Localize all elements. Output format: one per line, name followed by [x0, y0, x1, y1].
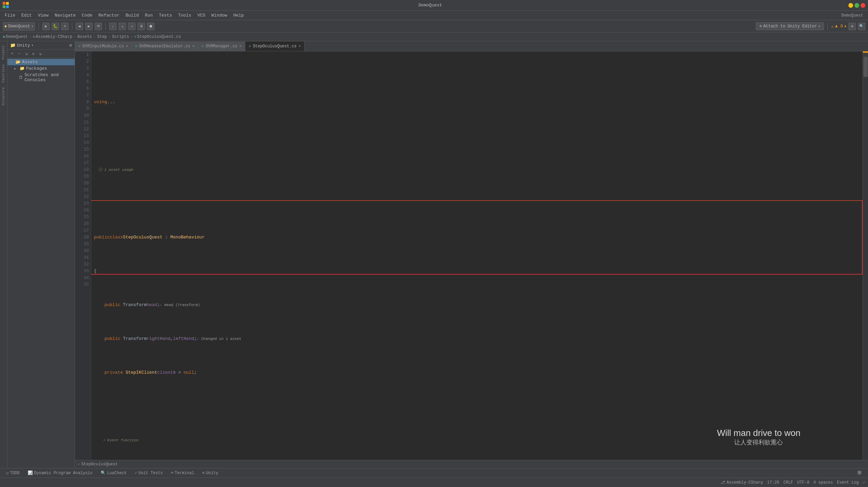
status-crlf[interactable]: CRLF [784, 480, 793, 485]
project-settings-icon[interactable]: ⚙ [69, 43, 72, 48]
menu-window[interactable]: Window [209, 12, 230, 19]
breadcrumb-scripts[interactable]: Scripts [112, 34, 129, 39]
bottom-right-grid-icon[interactable]: ⊞ [858, 469, 861, 476]
proj-expand-btn[interactable]: ⇲ [23, 50, 30, 57]
bottom-tab-terminal[interactable]: ⌨ Terminal [168, 469, 198, 477]
menu-tests[interactable]: Tests [156, 12, 175, 19]
right-scrollbar[interactable] [863, 51, 868, 460]
code-content[interactable]: using ... ⓘ 1 asset usage public class S… [91, 51, 863, 460]
stop-button[interactable]: ⏹ [147, 23, 154, 30]
status-branch[interactable]: ⎇ Assembly-CSharp [720, 480, 763, 485]
tab-stepoculusquest[interactable]: # StepOculusQuest.cs × [245, 42, 304, 51]
kw-public-5: public [94, 234, 110, 241]
run-button[interactable]: ▶ [42, 23, 50, 30]
recent-button[interactable]: ⟳ [95, 23, 102, 30]
ln-16: 16 [75, 153, 89, 160]
kw-public-7: public [104, 302, 120, 308]
bottom-tab-unity[interactable]: ⊙ Unity [199, 469, 222, 477]
breadcrumb-assembly[interactable]: Assembly-CSharp [36, 34, 72, 39]
tab-close-3[interactable]: × [240, 44, 242, 48]
menu-view[interactable]: View [35, 12, 51, 19]
proj-remove-btn[interactable]: − [16, 50, 23, 57]
menu-refactor[interactable]: Refactor [96, 12, 122, 19]
tab-ovrinputmodule[interactable]: # OVRInputModule.cs × [75, 42, 132, 51]
forward-button[interactable]: ▶ [85, 23, 93, 30]
sidebar-project-icon[interactable]: Project [1, 44, 6, 61]
tree-item-packages[interactable]: ▶ 📁 Packages [7, 65, 75, 72]
toolbar: ◆ DemoQuest ▾ ▶ 🐛 ☂ ◀ ▶ ⟳ ↓ ↘ ↗ ⏸ ⏹ ⊙ At… [0, 20, 868, 32]
breadcrumb-bar: ◆ DemoQuest › # Assembly-CSharp › Assets… [0, 32, 868, 41]
tab-close-1[interactable]: × [126, 44, 128, 48]
menu-vcs[interactable]: VCS [195, 12, 208, 19]
tab-cs-icon-1: # [78, 45, 80, 48]
back-button[interactable]: ◀ [76, 23, 83, 30]
sidebar-favorites-icon[interactable]: Favorites [1, 63, 6, 84]
ln-32: 32 [75, 261, 89, 268]
breadcrumb-step[interactable]: Step [97, 34, 107, 39]
status-line-col[interactable]: 17:26 [767, 480, 779, 485]
minimize-button[interactable] [848, 3, 853, 8]
project-icon: ◆ [4, 24, 7, 29]
step-over-button[interactable]: ↓ [109, 23, 117, 30]
ln-35: 35 [75, 281, 89, 288]
status-encoding[interactable]: UTF-8 [797, 480, 809, 485]
tab-ovrheadsetemulator[interactable]: # OVRHeadsetEmulator.cs × [132, 42, 198, 51]
ln-14: 14 [75, 139, 89, 146]
attach-dropdown-icon: ▾ [818, 24, 820, 28]
ln-17: 17 [75, 160, 89, 166]
menu-edit[interactable]: Edit [19, 12, 34, 19]
tree-item-assets[interactable]: ▾ 📂 Assets [7, 59, 75, 65]
type-transform-8: Transform [120, 335, 147, 342]
unity-project-label: Unity [17, 43, 30, 48]
sidebar-structure-icon[interactable]: Structure [1, 86, 6, 107]
menu-file[interactable]: File [2, 12, 18, 19]
status-event-log[interactable]: Event Log [837, 480, 859, 485]
scroll-thumb[interactable] [864, 57, 868, 77]
menu-help[interactable]: Help [230, 12, 246, 19]
proj-sync-btn[interactable]: ↻ [37, 50, 44, 57]
bottom-tab-unittests[interactable]: ✓ Unit Tests [131, 469, 166, 477]
breadcrumb-demoquest[interactable]: ◆ [3, 34, 5, 39]
warning-indicator[interactable]: ⚠ ▲ 8 ▲ [831, 24, 846, 29]
tree-item-scratches[interactable]: 🗒 Scratches and Consoles [7, 72, 75, 83]
debug-button[interactable]: 🐛 [52, 23, 59, 30]
ln-31: 31 [75, 254, 89, 261]
file-path-label: StepOculusQuest [81, 462, 118, 467]
tab-close-4[interactable]: × [299, 44, 301, 48]
breadcrumb-assembly-icon: # [33, 35, 35, 39]
bottom-tab-dpa[interactable]: 📊 Dynamic Program Analysis [24, 469, 96, 477]
breadcrumb-demoquest-label[interactable]: DemoQuest [6, 34, 28, 39]
proj-collapse-btn[interactable]: ⇱ [30, 50, 37, 57]
coverage-button[interactable]: ☂ [61, 23, 69, 30]
menu-code[interactable]: Code [79, 12, 95, 19]
settings-button[interactable]: ⚙ [848, 23, 856, 30]
toolbar-sep-4 [827, 23, 828, 30]
line-numbers: 1 2 3 4 5 6 7 8 9 10 11 12 13 14 15 16 1… [75, 51, 91, 460]
tab-ovrmanager[interactable]: # OVRManager.cs × [198, 42, 245, 51]
bottom-tab-todo[interactable]: ☑ TODO [3, 469, 23, 477]
step-out-button[interactable]: ↗ [128, 23, 135, 30]
menu-tools[interactable]: Tools [175, 12, 194, 19]
ln-11: 11 [75, 119, 89, 126]
maximize-button[interactable] [854, 3, 859, 8]
search-button[interactable]: 🔍 [858, 23, 865, 30]
breadcrumb-file[interactable]: StepOculusQuest.cs [137, 34, 181, 39]
code-line-4 [94, 200, 860, 207]
breadcrumb-sep-5: › [130, 34, 133, 39]
tab-close-2[interactable]: × [192, 44, 195, 48]
status-indent[interactable]: 4 spaces [813, 480, 833, 485]
project-selector[interactable]: ◆ DemoQuest ▾ [3, 22, 35, 31]
ok-check-icon: ✓ [863, 480, 865, 485]
menu-navigate[interactable]: Navigate [52, 12, 78, 19]
close-button[interactable] [861, 3, 865, 8]
type-transform-7: Transform [120, 302, 147, 308]
unity-dropdown[interactable]: 📁 Unity ▾ [10, 43, 33, 48]
proj-add-btn[interactable]: + [9, 50, 16, 57]
menu-run[interactable]: Run [142, 12, 155, 19]
breadcrumb-assets[interactable]: Assets [77, 34, 92, 39]
menu-build[interactable]: Build [123, 12, 142, 19]
bottom-tab-luacheck[interactable]: 🔍 LuaCheck [97, 469, 130, 477]
resume-button[interactable]: ⏸ [138, 23, 145, 30]
attach-unity-button[interactable]: ⊙ Attach to Unity Editor ▾ [756, 22, 824, 30]
step-into-button[interactable]: ↘ [119, 23, 126, 30]
